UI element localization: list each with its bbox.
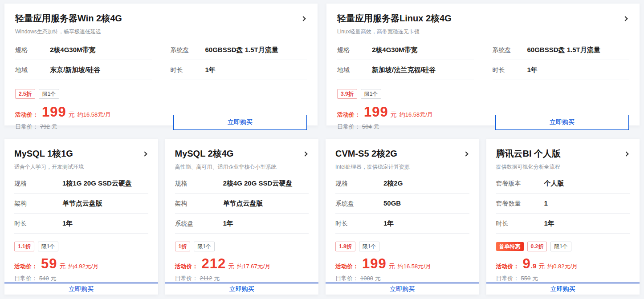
- spec-value: 1年: [205, 66, 216, 74]
- top-card-row: 轻量应用服务器Win 2核4G Windows生态加持，畅享极速低延迟 规格 2…: [4, 4, 640, 125]
- daily-price: 日常价： 1080 元: [335, 275, 469, 283]
- product-title: MySQL 2核4G: [175, 148, 234, 160]
- daily-price-unit: 元: [52, 123, 57, 131]
- buy-now-button[interactable]: 立即购买: [495, 115, 629, 130]
- discount-badge: 2.5折: [15, 89, 35, 99]
- daily-price-value: 550: [521, 275, 531, 282]
- promo-price-monthly: 约16.58元/月: [398, 263, 431, 271]
- chevron-right-icon[interactable]: [301, 16, 306, 21]
- badge-row: 3.9折 限1个: [337, 89, 629, 99]
- spec-value: 2核4G30M带宽: [50, 46, 96, 54]
- spec-value: 1: [544, 199, 548, 207]
- daily-price-label: 日常价：: [14, 275, 37, 283]
- product-card-lighthouse-win: 轻量应用服务器Win 2核4G Windows生态加持，畅享极速低延迟 规格 2…: [4, 4, 318, 125]
- buy-now-button[interactable]: 立即购买: [4, 283, 158, 295]
- chevron-right-icon[interactable]: [142, 151, 147, 156]
- limit-badge: 限1个: [550, 242, 571, 251]
- promo-price: 活动价： 59 元 约4.92元/月: [14, 258, 148, 271]
- spec-label: 架构: [14, 200, 62, 208]
- spec-label: 地域: [337, 66, 372, 74]
- buy-now-label: 立即购买: [229, 285, 254, 293]
- product-subtitle: Linux轻量高效，高带宽稳连无卡顿: [337, 28, 629, 36]
- buy-now-button[interactable]: 立即购买: [165, 283, 319, 295]
- spec-label: 时长: [496, 220, 544, 228]
- spec-list: 规格 2核2G 系统盘 50GB 时长 1年: [335, 174, 469, 234]
- spec-label: 规格: [14, 180, 62, 188]
- spec-label: 地域: [15, 66, 50, 74]
- buy-now-label: 立即购买: [69, 285, 94, 293]
- spec-row: 时长 1年: [171, 60, 307, 80]
- buy-now-button[interactable]: 立即购买: [486, 283, 640, 295]
- card-header: 轻量应用服务器Win 2核4G: [15, 12, 307, 24]
- chevron-right-icon[interactable]: [624, 151, 628, 156]
- spec-row: 套餐版本 个人版: [496, 174, 630, 194]
- card-header: 腾讯云BI 个人版: [496, 148, 630, 160]
- discount-badge: 3.9折: [337, 89, 357, 99]
- limit-badge: 限1个: [38, 242, 59, 251]
- spec-label: 规格: [15, 46, 50, 54]
- spec-list: 规格 2核4G 20G SSD云硬盘 架构 单节点云盘版 系统盘 1年: [175, 174, 309, 234]
- buy-now-button[interactable]: 立即购买: [326, 283, 479, 295]
- promo-price-unit: 元: [69, 111, 75, 119]
- spec-row: 规格 1核1G 20G SSD云硬盘: [14, 174, 148, 194]
- promo-price-label: 活动价：: [15, 111, 38, 119]
- card-footer: 活动价： 199 元 约16.58元/月 日常价： 792 元 立即购买: [15, 99, 307, 131]
- spec-value: 单节点云盘版: [223, 199, 263, 208]
- badge-row: 1.8折 限1个: [335, 242, 469, 251]
- spec-row: 套餐数量 1: [496, 194, 630, 214]
- chevron-right-icon[interactable]: [623, 16, 628, 21]
- daily-price-label: 日常价：: [15, 123, 38, 131]
- product-subtitle: 适合个人学习，开发测试环境: [14, 163, 148, 171]
- product-title: 腾讯云BI 个人版: [496, 148, 561, 160]
- spec-value: 单节点云盘版: [62, 199, 102, 208]
- promo-price-unit: 元: [228, 263, 234, 271]
- promo-price: 活动价： 199 元 约16.58元/月: [15, 106, 111, 119]
- spec-row: 规格 2核2G: [335, 174, 469, 194]
- bottom-card-row: MySQL 1核1G 适合个人学习，开发测试环境 规格 1核1G 20G SSD…: [4, 139, 640, 295]
- buy-now-button[interactable]: 立即购买: [173, 115, 307, 130]
- promo-price: 活动价： 199 元 约16.58元/月: [335, 258, 469, 271]
- daily-price-unit: 元: [532, 275, 538, 283]
- promo-price-monthly: 约0.82元/月: [547, 263, 578, 271]
- daily-price-label: 日常价：: [337, 123, 360, 131]
- spec-row: 架构 单节点云盘版: [14, 194, 148, 214]
- spec-row: 系统盘 1年: [175, 214, 309, 234]
- card-header: MySQL 1核1G: [14, 148, 148, 160]
- limit-badge: 限1个: [361, 89, 382, 99]
- pricing-block: 活动价： 199 元 约16.58元/月 日常价： 792 元: [15, 99, 111, 131]
- promo-price-label: 活动价：: [337, 111, 360, 119]
- card-header: MySQL 2核4G: [175, 148, 309, 160]
- spec-row: 系统盘 50GB: [335, 194, 469, 214]
- spec-row: 时长 1年: [493, 60, 629, 80]
- badge-row: 1折 限1个: [175, 242, 309, 251]
- promo-price-label: 活动价：: [335, 263, 359, 271]
- daily-price-value: 540: [39, 275, 49, 282]
- promo-price-monthly: 约16.58元/月: [77, 111, 111, 119]
- chevron-right-icon[interactable]: [463, 151, 468, 156]
- spec-row: 时长 1年: [496, 214, 630, 234]
- daily-price: 日常价： 550 元: [496, 275, 630, 283]
- spec-value: 1核1G 20G SSD云硬盘: [62, 179, 132, 188]
- product-title: 轻量应用服务器Linux 2核4G: [337, 12, 452, 24]
- promo-price-unit: 元: [538, 263, 545, 271]
- spec-label: 时长: [335, 220, 383, 228]
- promo-price-unit: 元: [391, 111, 397, 119]
- spec-label: 时长: [171, 66, 205, 74]
- discount-badge: 1.8折: [335, 242, 355, 251]
- buy-now-label: 立即购买: [550, 285, 575, 293]
- card-header: CVM-S5 2核2G: [335, 148, 469, 160]
- spec-label: 套餐数量: [496, 200, 544, 208]
- spec-row: 规格 2核4G 20G SSD云硬盘: [175, 174, 309, 194]
- promo-price-value: 59: [41, 258, 57, 270]
- product-card-mysql-1c1g: MySQL 1核1G 适合个人学习，开发测试环境 规格 1核1G 20G SSD…: [4, 139, 158, 295]
- chevron-right-icon[interactable]: [302, 151, 307, 156]
- daily-price-unit: 元: [374, 123, 379, 131]
- limit-badge: 限1个: [359, 242, 380, 251]
- daily-price: 日常价： 504 元: [337, 123, 433, 131]
- product-card-lighthouse-linux: 轻量应用服务器Linux 2核4G Linux轻量高效，高带宽稳连无卡顿 规格 …: [326, 4, 640, 125]
- spec-value: 1年: [223, 219, 233, 228]
- discount-badge: 1.1折: [14, 242, 34, 251]
- spec-label: 架构: [175, 200, 223, 208]
- spec-value: 东京/新加坡/硅谷: [50, 66, 100, 74]
- promo-price-monthly: 约17.67元/月: [237, 263, 270, 271]
